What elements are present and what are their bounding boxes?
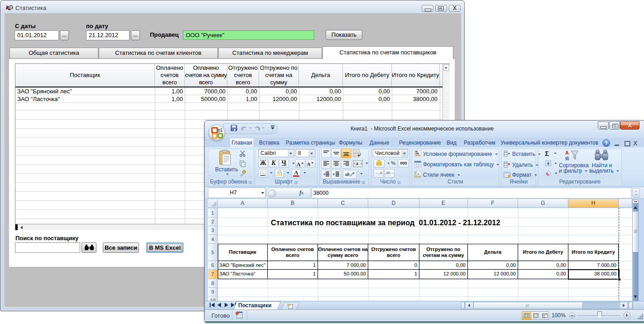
svg-text:A: A bbox=[417, 172, 420, 176]
svg-text:Я: Я bbox=[565, 156, 569, 161]
svg-text:А: А bbox=[565, 150, 569, 155]
svg-text:ab: ab bbox=[345, 172, 350, 177]
svg-text:?: ? bbox=[605, 140, 608, 146]
